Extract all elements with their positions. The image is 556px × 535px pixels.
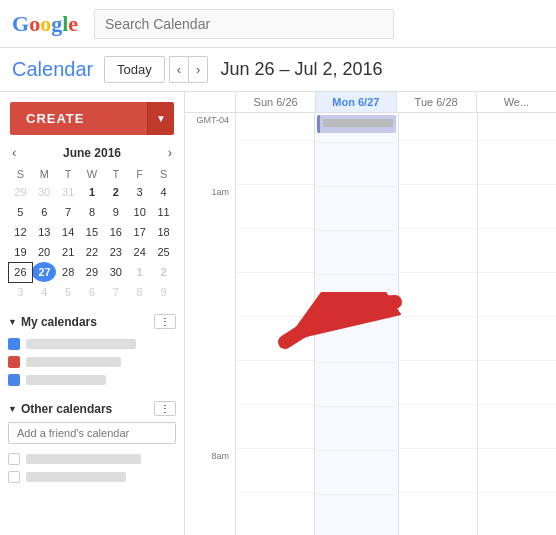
hour-cell[interactable] xyxy=(236,405,314,449)
hour-cell[interactable] xyxy=(315,275,398,319)
hour-cell[interactable] xyxy=(315,451,398,495)
search-input[interactable] xyxy=(94,9,394,39)
mini-cal-next[interactable]: › xyxy=(164,143,176,162)
other-calendars-section: ▼ Other calendars ⋮ xyxy=(0,393,184,490)
mini-cal-day[interactable]: 4 xyxy=(32,282,56,302)
hour-cell[interactable] xyxy=(399,405,477,449)
hour-cell[interactable] xyxy=(315,363,398,407)
mini-cal-day[interactable]: 5 xyxy=(9,202,33,222)
hour-cell[interactable] xyxy=(236,361,314,405)
checkbox-1[interactable] xyxy=(8,453,20,465)
today-button[interactable]: Today xyxy=(104,56,165,83)
mini-cal-day[interactable]: 9 xyxy=(152,282,176,302)
mini-cal-day[interactable]: 26 xyxy=(9,262,33,282)
mini-cal-day[interactable]: 22 xyxy=(80,242,104,262)
mini-cal-day[interactable]: 13 xyxy=(32,222,56,242)
day-col-wed[interactable]: 10 - Ar... xyxy=(477,113,556,535)
hour-cell[interactable] xyxy=(478,405,556,449)
mini-cal-day[interactable]: 1 xyxy=(80,182,104,202)
mini-cal-day[interactable]: 15 xyxy=(80,222,104,242)
mini-cal-day[interactable]: 31 xyxy=(56,182,80,202)
mini-cal-day[interactable]: 17 xyxy=(128,222,152,242)
hour-cell[interactable] xyxy=(399,273,477,317)
mini-cal-day[interactable]: 25 xyxy=(152,242,176,262)
mini-cal-day[interactable]: 4 xyxy=(152,182,176,202)
monday-all-day-event[interactable] xyxy=(317,115,396,133)
hour-cell[interactable] xyxy=(478,449,556,493)
mini-cal-day[interactable]: 10 xyxy=(128,202,152,222)
other-calendars-more[interactable]: ⋮ xyxy=(154,401,176,416)
hour-cell[interactable] xyxy=(236,141,314,185)
mini-cal-prev[interactable]: ‹ xyxy=(8,143,20,162)
mini-cal-day[interactable]: 5 xyxy=(56,282,80,302)
add-friend-input[interactable] xyxy=(8,422,176,444)
mini-cal-day[interactable]: 2 xyxy=(104,182,128,202)
hour-cell[interactable] xyxy=(399,449,477,493)
my-calendars-header[interactable]: ▼ My calendars ⋮ xyxy=(8,314,176,329)
nav-next-button[interactable]: › xyxy=(188,56,208,83)
mini-cal-day[interactable]: 30 xyxy=(32,182,56,202)
mini-cal-day[interactable]: 2 xyxy=(152,262,176,282)
hour-cell[interactable] xyxy=(315,495,398,535)
mini-cal-day[interactable]: 3 xyxy=(9,282,33,302)
hour-cell[interactable] xyxy=(315,143,398,187)
hour-cell[interactable] xyxy=(236,317,314,361)
mini-cal-day[interactable]: 29 xyxy=(9,182,33,202)
day-col-mon[interactable] xyxy=(314,113,398,535)
hour-cell[interactable] xyxy=(399,141,477,185)
hour-cell[interactable] xyxy=(236,273,314,317)
mini-cal-day[interactable]: 29 xyxy=(80,262,104,282)
mini-cal-day[interactable]: 8 xyxy=(80,202,104,222)
hour-cell[interactable] xyxy=(236,229,314,273)
hour-cell[interactable] xyxy=(315,231,398,275)
mini-cal-day[interactable]: 20 xyxy=(32,242,56,262)
hour-cell[interactable] xyxy=(399,229,477,273)
hour-cell[interactable] xyxy=(236,449,314,493)
hour-cell[interactable] xyxy=(399,185,477,229)
create-dropdown-button[interactable]: ▼ xyxy=(147,102,174,135)
mini-cal-day[interactable]: 16 xyxy=(104,222,128,242)
mini-cal-day[interactable]: 28 xyxy=(56,262,80,282)
hour-cell[interactable] xyxy=(315,187,398,231)
mini-cal-day[interactable]: 14 xyxy=(56,222,80,242)
mini-cal-day[interactable]: 19 xyxy=(9,242,33,262)
hour-cell[interactable] xyxy=(478,141,556,185)
mini-cal-day[interactable]: 8 xyxy=(128,282,152,302)
mini-cal-day[interactable]: 21 xyxy=(56,242,80,262)
mini-cal-day[interactable]: 7 xyxy=(104,282,128,302)
create-button[interactable]: CREATE xyxy=(10,102,147,135)
mini-cal-day[interactable]: 3 xyxy=(128,182,152,202)
checkbox-2[interactable] xyxy=(8,471,20,483)
my-calendars-more[interactable]: ⋮ xyxy=(154,314,176,329)
mini-cal-day[interactable]: 12 xyxy=(9,222,33,242)
day-col-tue[interactable] xyxy=(398,113,477,535)
hour-cell[interactable] xyxy=(478,361,556,405)
hour-cell[interactable] xyxy=(399,361,477,405)
mini-cal-day[interactable]: 11 xyxy=(152,202,176,222)
hour-cell[interactable] xyxy=(315,407,398,451)
mini-cal-day[interactable]: 6 xyxy=(32,202,56,222)
hour-cell[interactable] xyxy=(315,319,398,363)
mini-cal-day[interactable]: 1 xyxy=(128,262,152,282)
mini-cal-day[interactable]: 18 xyxy=(152,222,176,242)
hour-cell[interactable] xyxy=(478,273,556,317)
mini-cal-day[interactable]: 9 xyxy=(104,202,128,222)
nav-prev-button[interactable]: ‹ xyxy=(169,56,188,83)
day-col-sun[interactable] xyxy=(235,113,314,535)
hour-cell[interactable] xyxy=(478,493,556,535)
hour-cell[interactable] xyxy=(478,185,556,229)
other-calendars-header[interactable]: ▼ Other calendars ⋮ xyxy=(8,401,176,416)
mini-cal-day[interactable]: 27 xyxy=(32,262,56,282)
mini-cal-day[interactable]: 30 xyxy=(104,262,128,282)
mini-cal-day[interactable]: 7 xyxy=(56,202,80,222)
mini-cal-day[interactable]: 24 xyxy=(128,242,152,262)
hour-cell[interactable] xyxy=(236,493,314,535)
day-header-mon: Mon 6/27 xyxy=(315,92,395,112)
hour-cell[interactable] xyxy=(236,185,314,229)
hour-cell[interactable] xyxy=(478,229,556,273)
mini-cal-day[interactable]: 23 xyxy=(104,242,128,262)
hour-cell[interactable] xyxy=(399,317,477,361)
mini-cal-day[interactable]: 6 xyxy=(80,282,104,302)
hour-cell[interactable] xyxy=(399,493,477,535)
hour-cell[interactable] xyxy=(478,317,556,361)
